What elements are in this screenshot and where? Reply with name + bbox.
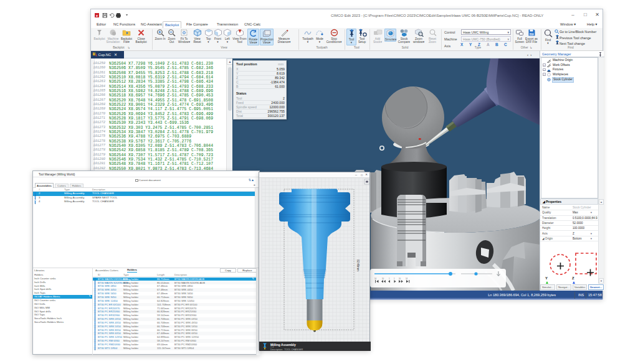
- svg-text:10: 10: [382, 278, 384, 280]
- svg-text:92.49mm: 92.49mm: [356, 259, 359, 271]
- svg-text:14: 14: [406, 278, 408, 280]
- svg-text:DXF: DXF: [530, 33, 533, 35]
- svg-text:10: 10: [399, 278, 401, 280]
- svg-text:e: e: [96, 14, 98, 17]
- svg-text:14: 14: [374, 278, 377, 280]
- svg-text:T: T: [93, 52, 95, 55]
